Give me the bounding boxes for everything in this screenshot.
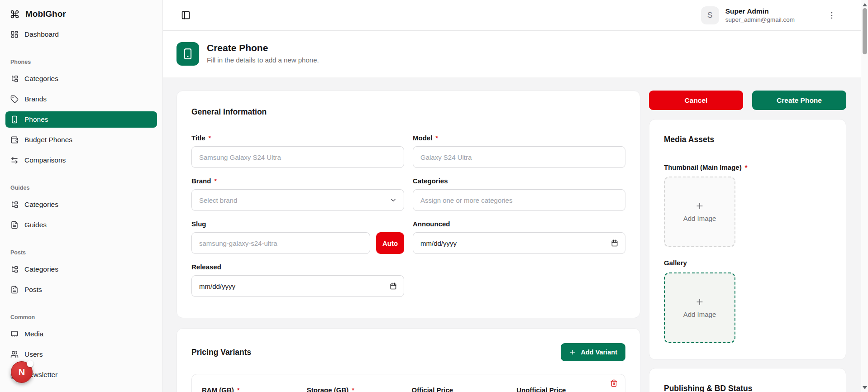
- sidebar-toggle-button[interactable]: [181, 10, 191, 20]
- variant-col-unofficial-price: Unofficial Price: [516, 386, 615, 392]
- user-menu-button[interactable]: [827, 11, 836, 20]
- sidebar-item-guide-categories[interactable]: Categories: [5, 196, 157, 213]
- page-subtitle: Fill in the details to add a new phone.: [207, 56, 319, 64]
- chevron-down-icon: [389, 196, 397, 204]
- general-information-card: General Information Title * Model: [176, 91, 640, 318]
- plus-icon: [569, 349, 576, 356]
- calendar-icon: [389, 282, 397, 290]
- required-star: *: [209, 134, 211, 142]
- sidebar-group-guides: Guides: [5, 185, 157, 191]
- create-phone-button[interactable]: Create Phone: [752, 91, 846, 110]
- plus-icon: [695, 297, 704, 306]
- sidebar-item-comparisons[interactable]: Comparisons: [5, 152, 157, 168]
- sidebar-item-label: Phones: [24, 115, 48, 124]
- sidebar-item-phone-categories[interactable]: Categories: [5, 71, 157, 87]
- official-price-label: Official Price: [412, 386, 510, 392]
- user-block: S Super Admin super_admin@gmail.com: [701, 6, 836, 24]
- scrollbar-thumb[interactable]: [863, 8, 867, 54]
- variant-grid: RAM (GB) * Storage (GB) *: [202, 386, 615, 392]
- sidebar-item-post-categories[interactable]: Categories: [5, 261, 157, 277]
- released-date-value: mm/dd/yyyy: [199, 282, 235, 290]
- announced-date-input[interactable]: mm/dd/yyyy: [413, 232, 625, 254]
- sidebar-item-label: Media: [24, 330, 43, 338]
- sidebar-item-guides[interactable]: Guides: [5, 217, 157, 233]
- brand-select[interactable]: Select brand: [191, 189, 404, 211]
- slug-row: Auto: [191, 232, 404, 254]
- page-header-text: Create Phone Fill in the details to add …: [207, 42, 319, 77]
- file-text-icon: [10, 221, 19, 229]
- pricing-header: Pricing Variants Add Variant: [191, 343, 625, 361]
- field-released: Released mm/dd/yyyy: [191, 263, 404, 297]
- field-slug: Slug Auto: [191, 220, 404, 254]
- sidebar-item-media[interactable]: Media: [5, 326, 157, 342]
- variant-col-ram: RAM (GB) *: [202, 386, 300, 392]
- unofficial-price-label: Unofficial Price: [516, 386, 615, 392]
- thumbnail-upload-box[interactable]: Add Image: [664, 177, 735, 247]
- sidebar-item-budget-phones[interactable]: Budget Phones: [5, 132, 157, 148]
- slug-input[interactable]: [191, 232, 370, 254]
- dev-indicator-badge[interactable]: N: [11, 361, 33, 383]
- variant-col-official-price: Official Price: [412, 386, 510, 392]
- cancel-button[interactable]: Cancel: [649, 91, 743, 110]
- sidebar-item-users[interactable]: Users: [5, 346, 157, 363]
- categories-input[interactable]: [413, 189, 625, 211]
- publishing-status-card: Publishing & BD Status: [649, 368, 846, 392]
- sidebar-item-brands[interactable]: Brands: [5, 91, 157, 107]
- command-icon: [10, 10, 19, 19]
- media-screen-icon: [10, 330, 19, 338]
- field-brand: Brand * Select brand: [191, 177, 404, 211]
- sidebar-item-label: Categories: [24, 201, 58, 209]
- required-star: *: [745, 163, 748, 171]
- slug-label: Slug: [191, 220, 404, 228]
- sidebar-nav: Dashboard Phones Categories Brands Phone: [5, 26, 157, 383]
- sidebar-group-posts: Posts: [5, 249, 157, 256]
- page-header: Create Phone Fill in the details to add …: [163, 31, 861, 77]
- field-model: Model *: [413, 134, 625, 168]
- field-title: Title *: [191, 134, 404, 168]
- sidebar-item-label: Users: [24, 350, 43, 359]
- side-column: Cancel Create Phone Media Assets Thumbna…: [649, 91, 846, 392]
- sidebar-item-phones[interactable]: Phones: [5, 111, 157, 128]
- add-variant-label: Add Variant: [581, 349, 617, 356]
- title-input[interactable]: [191, 146, 404, 168]
- delete-variant-button[interactable]: [610, 379, 618, 387]
- gallery-label: Gallery: [664, 259, 831, 267]
- phone-header-icon: [176, 42, 199, 66]
- avatar: S: [701, 6, 719, 24]
- required-star: *: [435, 134, 438, 142]
- released-date-input[interactable]: mm/dd/yyyy: [191, 275, 404, 297]
- slug-auto-button[interactable]: Auto: [376, 232, 404, 254]
- field-announced: Announced mm/dd/yyyy: [413, 220, 625, 254]
- storage-label: Storage (GB) *: [307, 386, 405, 392]
- gallery-upload-box[interactable]: Add Image: [664, 272, 735, 343]
- sidebar-group-phones: Phones: [5, 59, 157, 65]
- add-variant-button[interactable]: Add Variant: [561, 343, 625, 361]
- user-name: Super Admin: [725, 7, 795, 15]
- required-star: *: [214, 177, 217, 185]
- sidebar-item-label: Guides: [24, 221, 47, 229]
- app-root: MobiGhor Dashboard Phones Categories: [0, 0, 868, 392]
- scrollbar-up-arrow[interactable]: [863, 3, 867, 6]
- sidebar-item-posts[interactable]: Posts: [5, 282, 157, 298]
- trash-icon: [610, 379, 618, 387]
- tag-icon: [10, 95, 19, 103]
- media-assets-card: Media Assets Thumbnail (Main Image) * Ad…: [649, 119, 846, 360]
- sidebar-item-label: Budget Phones: [24, 136, 72, 144]
- user-email: super_admin@gmail.com: [725, 16, 795, 23]
- ram-label: RAM (GB) *: [202, 386, 300, 392]
- publishing-status-heading: Publishing & BD Status: [664, 384, 831, 392]
- model-input[interactable]: [413, 146, 625, 168]
- user-text: Super Admin super_admin@gmail.com: [725, 7, 795, 23]
- required-star: *: [352, 386, 354, 392]
- folder-tree-icon: [10, 75, 19, 83]
- sidebar-item-dashboard[interactable]: Dashboard: [5, 26, 157, 43]
- add-image-label: Add Image: [683, 215, 716, 222]
- folder-tree-icon: [10, 201, 19, 209]
- form-actions: Cancel Create Phone: [649, 91, 846, 110]
- page-title: Create Phone: [207, 43, 319, 53]
- plus-icon: [695, 201, 704, 210]
- scrollbar-down-arrow[interactable]: [863, 386, 867, 389]
- media-assets-heading: Media Assets: [664, 135, 831, 144]
- add-image-label: Add Image: [683, 311, 716, 318]
- sidebar-group-common: Common: [5, 314, 157, 320]
